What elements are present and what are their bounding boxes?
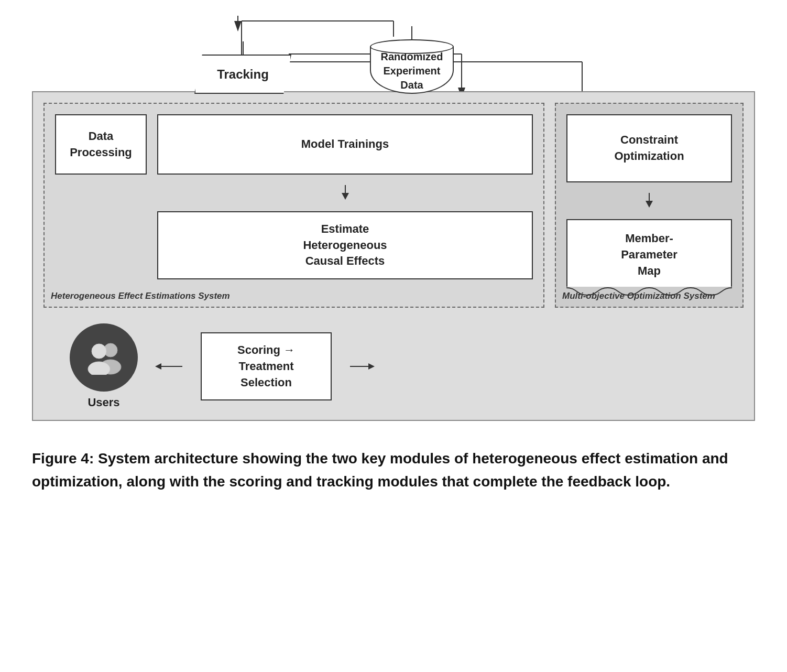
svg-point-25	[88, 362, 110, 375]
down-arrow-spacer	[157, 185, 533, 201]
data-processing-box: DataProcessing	[55, 114, 147, 175]
estimate-label: EstimateHeterogeneousCausal Effects	[303, 221, 387, 269]
users-label: Users	[88, 396, 119, 409]
users-node: Users	[70, 323, 138, 409]
figure-caption: Figure 4: System architecture showing th…	[32, 447, 755, 493]
caption-text: Figure 4: System architecture showing th…	[32, 450, 728, 489]
svg-marker-19	[342, 193, 349, 200]
svg-marker-21	[646, 201, 653, 208]
top-inputs-row: Tracking Randomized Experiment Data	[32, 16, 755, 94]
left-system-inner: DataProcessing Model Trainings	[55, 114, 533, 279]
left-arrow-svg	[154, 361, 185, 372]
data-processing-label: DataProcessing	[70, 128, 132, 161]
right-system-inner: ConstraintOptimization Member-ParameterM…	[566, 114, 732, 296]
constraint-label: ConstraintOptimization	[614, 132, 684, 165]
down-arrow-co-to-mpm	[566, 193, 732, 209]
model-trainings-label: Model Trainings	[301, 136, 389, 153]
estimate-causal-effects-box: EstimateHeterogeneousCausal Effects	[157, 211, 533, 279]
constraint-optimization-box: ConstraintOptimization	[566, 114, 732, 182]
randomized-experiment-node: Randomized Experiment Data	[370, 26, 454, 94]
right-system-to-scoring-arrow	[347, 361, 379, 372]
users-circle	[70, 323, 138, 392]
arrow-co-mpm	[644, 193, 654, 209]
right-system-box: ConstraintOptimization Member-ParameterM…	[555, 103, 744, 308]
scoring-label: Scoring →TreatmentSelection	[237, 342, 295, 391]
svg-point-24	[92, 344, 106, 359]
left-right-column: Model Trainings EstimateHeterogeneousCau…	[157, 114, 533, 279]
svg-marker-27	[155, 363, 161, 370]
tracking-node: Tracking	[194, 41, 291, 94]
scoring-treatment-box: Scoring →TreatmentSelection	[201, 332, 332, 400]
bottom-row: Users Scoring →TreatmentSelection	[43, 323, 744, 409]
tracking-top-line	[243, 41, 244, 55]
tracking-shape: Tracking	[194, 55, 291, 94]
left-system-box: DataProcessing Model Trainings	[43, 103, 544, 308]
svg-marker-29	[368, 363, 375, 370]
right-system-label: Multi-objective Optimization System	[562, 291, 715, 301]
cylinder-top	[370, 39, 454, 54]
diagram-wrapper: Tracking Randomized Experiment Data	[32, 16, 755, 421]
member-parameter-wrapper: Member-ParameterMap	[566, 219, 732, 296]
randomized-label: Randomized Experiment Data	[381, 50, 443, 92]
systems-row: DataProcessing Model Trainings	[43, 103, 744, 308]
tracking-label: Tracking	[217, 67, 269, 82]
left-system-label: Heterogeneous Effect Estimations System	[51, 291, 230, 301]
down-arrow-mt-to-ehce	[340, 185, 351, 201]
randomized-top-line	[411, 26, 412, 39]
model-trainings-box: Model Trainings	[157, 114, 533, 175]
member-param-label: Member-ParameterMap	[621, 231, 677, 279]
member-parameter-box: Member-ParameterMap	[566, 219, 732, 287]
main-outer-box: DataProcessing Model Trainings	[32, 91, 755, 421]
users-icon	[82, 341, 126, 375]
scoring-to-users-arrow	[154, 361, 185, 372]
